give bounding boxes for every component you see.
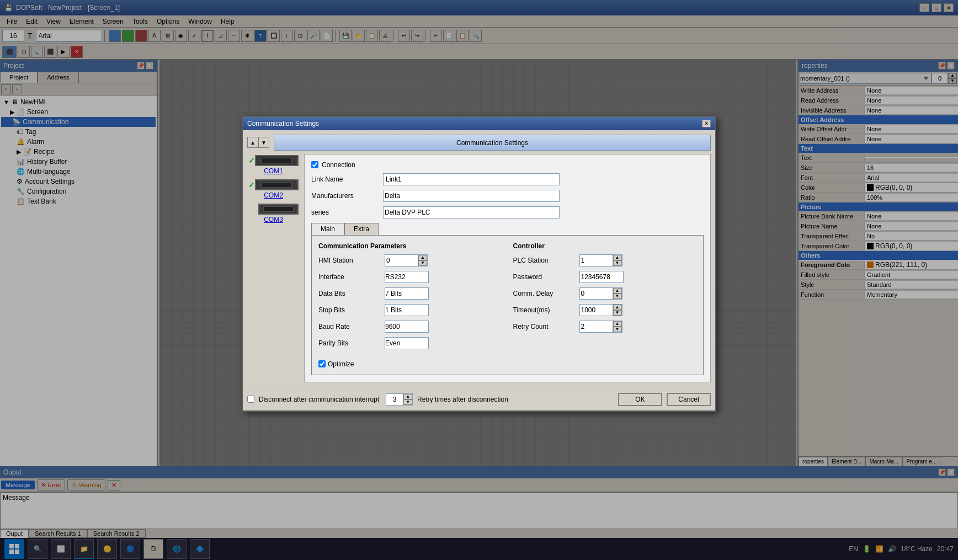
comm-params-col: Communication Parameters HMI Station ▲ — [318, 242, 502, 354]
com1-port-bar — [262, 158, 292, 163]
hmi-station-label: HMI Station — [318, 257, 385, 264]
retry-count-spinner: ▲ ▼ — [613, 321, 622, 333]
controller-col: Controller PLC Station ▲ ▼ — [513, 242, 697, 354]
com1-check-row: ✓ — [248, 155, 299, 166]
com2-port[interactable]: ✓ COM2 — [247, 178, 300, 200]
comm-params-title: Communication Parameters — [318, 242, 502, 250]
data-bits-select[interactable]: 7 Bits 8 Bits — [385, 287, 429, 300]
plc-station-row: PLC Station ▲ ▼ — [513, 254, 697, 266]
comm-delay-spinner: ▲ ▼ — [613, 287, 622, 300]
parity-bits-row: Parity Bits None Odd Even — [318, 337, 502, 349]
com3-icon — [258, 204, 299, 215]
retry-count-up[interactable]: ▲ — [613, 321, 622, 327]
link-name-row: Link Name — [311, 173, 704, 185]
optimize-row: Optimize — [318, 360, 696, 368]
retry-times-label: Retry times after disconnection — [417, 396, 508, 403]
timeout-up[interactable]: ▲ — [613, 305, 622, 310]
hmi-station-down[interactable]: ▼ — [418, 260, 427, 266]
retry-disconnect-spinner: ▲ ▼ — [403, 394, 412, 405]
comm-delay-input[interactable] — [579, 287, 613, 300]
manufacturers-select[interactable]: Delta Siemens Mitsubishi — [383, 190, 560, 202]
timeout-spinner: ▲ ▼ — [613, 304, 622, 316]
data-bits-row: Data Bits 7 Bits 8 Bits — [318, 287, 502, 300]
disconnect-checkbox[interactable] — [247, 396, 254, 403]
parity-bits-label: Parity Bits — [318, 339, 385, 347]
optimize-checkbox[interactable] — [318, 360, 326, 367]
timeout-input-group: ▲ ▼ — [579, 304, 622, 316]
com3-port-bar — [263, 206, 294, 212]
plc-station-input[interactable] — [579, 254, 613, 266]
comm-delay-down[interactable]: ▼ — [613, 294, 622, 299]
timeout-input[interactable] — [579, 304, 613, 316]
stop-bits-select[interactable]: 1 Bits 2 Bits — [385, 304, 429, 316]
retry-count-input[interactable] — [579, 321, 613, 333]
hmi-station-spinner: ▲ ▼ — [418, 254, 428, 266]
comm-delay-label: Comm. Delay — [513, 290, 579, 297]
retry-count-down[interactable]: ▼ — [613, 327, 622, 332]
comm-tab-main[interactable]: Main — [311, 223, 344, 235]
manufacturers-label: Manufacturers — [311, 192, 383, 200]
comm-settings-right: Connection Link Name Manufacturers Delta — [304, 154, 711, 382]
ok-button[interactable]: OK — [618, 393, 662, 406]
com2-port-bar — [262, 182, 292, 188]
timeout-down[interactable]: ▼ — [613, 310, 622, 316]
com3-label: COM3 — [264, 216, 283, 223]
plc-station-spinner: ▲ ▼ — [613, 254, 622, 266]
cancel-button[interactable]: Cancel — [667, 393, 711, 406]
plc-station-input-group: ▲ ▼ — [579, 254, 622, 266]
hmi-station-up[interactable]: ▲ — [418, 255, 427, 260]
dialog-footer: Disconnect after communication interrupt… — [247, 388, 711, 406]
optimize-label: Optimize — [328, 360, 354, 368]
comm-content: ✓ COM1 ✓ — [247, 154, 711, 382]
connection-checkbox[interactable] — [311, 161, 318, 168]
series-select[interactable]: Delta DVP PLC Delta AS Series — [383, 206, 560, 218]
hmi-station-input-group: ▲ ▼ — [385, 254, 428, 266]
plc-station-up[interactable]: ▲ — [613, 255, 622, 260]
interface-select[interactable]: RS232 RS485 RS422 — [385, 271, 429, 283]
baud-rate-label: Baud Rate — [318, 323, 385, 330]
comm-delay-row: Comm. Delay ▲ ▼ — [513, 287, 697, 300]
retry-disconnect-down[interactable]: ▼ — [403, 399, 412, 405]
retry-count-row: Retry Count ▲ ▼ — [513, 321, 697, 333]
series-row: series Delta DVP PLC Delta AS Series — [311, 206, 704, 218]
com1-icon — [255, 155, 299, 166]
password-label: Password — [513, 273, 579, 281]
com1-port[interactable]: ✓ COM1 — [247, 154, 300, 176]
plc-station-label: PLC Station — [513, 257, 579, 264]
nav-row: ▲ ▼ Communication Settings — [247, 135, 711, 151]
com2-check-icon: ✓ — [248, 180, 255, 189]
comm-settings-header: Communication Settings — [274, 135, 711, 151]
dialog-overlay: Communication Settings ✕ ▲ ▼ Communicati… — [0, 0, 958, 560]
parity-bits-select[interactable]: None Odd Even — [385, 337, 429, 349]
comm-settings-header-text: Communication Settings — [456, 139, 528, 147]
hmi-station-row: HMI Station ▲ ▼ — [318, 254, 502, 266]
connection-row: Connection — [311, 161, 704, 169]
stop-bits-label: Stop Bits — [318, 306, 385, 314]
series-label: series — [311, 209, 383, 216]
outer-dialog-titlebar: Communication Settings ✕ — [243, 117, 715, 130]
interface-label: Interface — [318, 273, 385, 281]
retry-disconnect-up[interactable]: ▲ — [403, 394, 412, 399]
password-input[interactable] — [579, 271, 624, 283]
comm-tab-extra[interactable]: Extra — [344, 223, 379, 235]
nav-up-button[interactable]: ▲ — [247, 137, 258, 148]
retry-count-label: Retry Count — [513, 323, 579, 330]
nav-down-button[interactable]: ▼ — [258, 137, 269, 148]
retry-input-group: ▲ ▼ — [386, 393, 413, 406]
link-name-input[interactable] — [383, 173, 560, 185]
dialog-wrapper: Communication Settings ✕ ▲ ▼ Communicati… — [242, 116, 716, 412]
com3-port[interactable]: COM3 — [247, 202, 300, 225]
comm-delay-up[interactable]: ▲ — [613, 288, 622, 294]
baud-rate-select[interactable]: 1200 2400 4800 9600 19200 38400 — [385, 321, 429, 333]
outer-dialog-title: Communication Settings — [247, 120, 319, 127]
com2-label: COM2 — [264, 191, 283, 199]
retry-disconnect-input[interactable] — [386, 394, 403, 405]
hmi-station-input[interactable] — [385, 254, 418, 266]
plc-station-down[interactable]: ▼ — [613, 260, 622, 266]
com-ports-column: ✓ COM1 ✓ — [247, 154, 300, 382]
com3-icon-row — [248, 204, 299, 215]
timeout-row: Timeout(ms) ▲ ▼ — [513, 304, 697, 316]
outer-dialog-close[interactable]: ✕ — [702, 120, 711, 127]
comm-tab-content: Communication Parameters HMI Station ▲ — [311, 235, 704, 375]
stop-bits-row: Stop Bits 1 Bits 2 Bits — [318, 304, 502, 316]
